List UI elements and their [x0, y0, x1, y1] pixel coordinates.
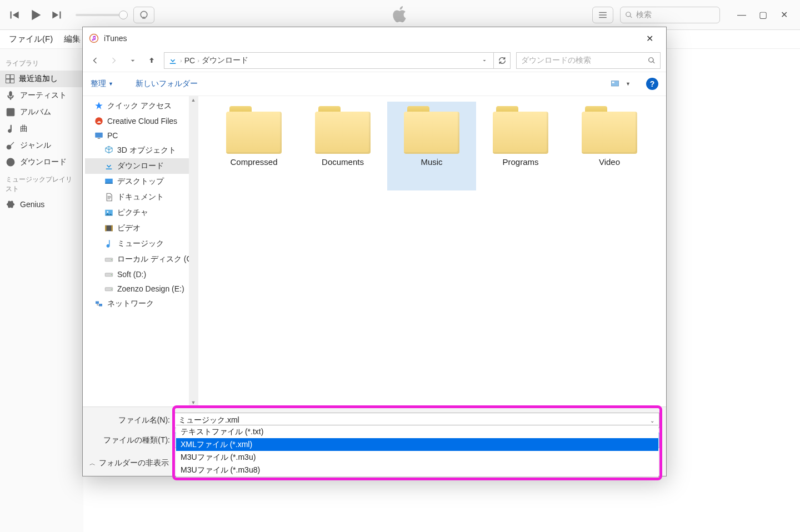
filetype-select[interactable]: XMLファイル (*.xml)⌄ — [173, 433, 659, 448]
tree-item[interactable]: ローカル ディスク (C:) — [85, 252, 198, 267]
tree-item[interactable]: ビデオ — [85, 220, 198, 236]
nav-recent-button[interactable] — [126, 54, 139, 67]
folder-icon — [582, 106, 637, 154]
dialog-address-bar: › PC › ダウンロード ダウンロードの検索 — [83, 49, 666, 72]
chevron-down-icon[interactable]: ⌄ — [650, 438, 654, 444]
organize-button[interactable]: 整理 ▼ — [91, 79, 113, 89]
close-button[interactable]: ✕ — [774, 8, 793, 22]
sidebar-item-genres[interactable]: ジャンル — [0, 137, 83, 154]
sidebar-item-downloads[interactable]: ダウンロード — [0, 154, 83, 170]
tree-item[interactable]: PC — [85, 128, 198, 143]
folder-pane[interactable]: CompressedDocumentsMusicProgramsVideo — [198, 96, 666, 406]
new-folder-button[interactable]: 新しいフォルダー — [136, 79, 198, 89]
chevron-down-icon[interactable]: ⌄ — [650, 418, 654, 424]
net-icon — [94, 299, 104, 308]
dialog-titlebar: iTunes ✕ — [83, 27, 666, 49]
view-button[interactable] — [609, 79, 621, 89]
help-button[interactable]: ? — [646, 78, 658, 90]
pic-icon — [104, 208, 114, 217]
search-icon — [625, 11, 633, 19]
folder-item[interactable]: Compressed — [209, 102, 298, 190]
svg-point-8 — [90, 34, 98, 43]
dialog-title: iTunes — [104, 34, 127, 43]
desk-icon — [104, 177, 114, 186]
itunes-sidebar: ライブラリ 最近追加し アーティスト アルバム 曲 ジャンル ダウンロード ミュ… — [0, 49, 83, 532]
tree-item[interactable]: 3D オブジェクト — [85, 143, 198, 158]
breadcrumb-pc[interactable]: PC — [184, 56, 195, 65]
breadcrumb-folder[interactable]: ダウンロード — [202, 56, 248, 66]
dialog-search-placeholder: ダウンロードの検索 — [521, 56, 591, 66]
dialog-bottom: ファイル名(N): ミュージック.xml⌄ ファイルの種類(T): XMLファイ… — [83, 406, 666, 476]
minimize-button[interactable]: — — [732, 8, 751, 22]
dialog-close-button[interactable]: ✕ — [638, 30, 661, 47]
filename-input[interactable]: ミュージック.xml⌄ — [173, 413, 659, 428]
folder-item[interactable]: Video — [565, 102, 654, 190]
svg-point-25 — [111, 259, 112, 260]
tree-item[interactable]: Zoenzo Design (E:) — [85, 282, 198, 296]
hdd-icon — [104, 270, 114, 279]
menu-file[interactable]: ファイル(F) — [4, 32, 57, 47]
tree-item[interactable]: ドキュメント — [85, 189, 198, 205]
list-icon — [6, 74, 14, 83]
tree-item[interactable]: デスクトップ — [85, 174, 198, 189]
hdd-icon — [104, 255, 114, 264]
folder-icon — [226, 106, 282, 154]
nav-forward-button[interactable] — [107, 54, 121, 67]
tree-item[interactable]: ピクチャ — [85, 205, 198, 220]
itunes-search[interactable]: 検索 — [620, 7, 720, 23]
volume-slider[interactable] — [76, 14, 120, 16]
svg-rect-16 — [106, 169, 112, 170]
svg-rect-9 — [170, 63, 176, 64]
folder-item[interactable]: Music — [387, 102, 476, 190]
chevron-down-icon[interactable] — [479, 57, 490, 64]
tree-item[interactable]: ☁Creative Cloud Files — [85, 114, 198, 128]
folder-item[interactable]: Documents — [298, 102, 387, 190]
tree-item[interactable]: Soft (D:) — [85, 267, 198, 282]
sidebar-item-songs[interactable]: 曲 — [0, 121, 83, 137]
sidebar-item-recent[interactable]: 最近追加し — [0, 71, 83, 87]
window-controls: — ▢ ✕ — [732, 8, 793, 22]
play-button[interactable] — [27, 6, 44, 24]
tree-item[interactable]: ミュージック — [85, 236, 198, 252]
search-icon — [648, 57, 656, 64]
folder-item[interactable]: Programs — [476, 102, 565, 190]
dialog-tree[interactable]: クイック アクセス☁Creative Cloud FilesPC3D オブジェク… — [83, 96, 198, 406]
folder-icon — [315, 106, 371, 154]
playback-controls — [7, 6, 64, 24]
tree-item[interactable]: ネットワーク — [85, 296, 198, 312]
next-button[interactable] — [50, 8, 64, 22]
list-view-button[interactable] — [592, 7, 613, 23]
nav-up-button[interactable] — [145, 54, 158, 67]
menu-edit[interactable]: 編集 — [59, 32, 85, 47]
prev-button[interactable] — [7, 8, 21, 22]
dialog-command-bar: 整理 ▼ 新しいフォルダー ▼ ? — [83, 72, 666, 96]
save-dialog: iTunes ✕ › PC › ダウンロード ダウンロードの検索 整理 ▼ 新し… — [82, 27, 667, 476]
tree-item[interactable]: ダウンロード — [85, 158, 198, 174]
note-icon — [6, 124, 16, 134]
sidebar-item-genius[interactable]: Genius — [0, 196, 83, 213]
sidebar-item-artists[interactable]: アーティスト — [0, 87, 83, 104]
breadcrumb-bar[interactable]: › PC › ダウンロード — [164, 52, 494, 69]
dialog-search[interactable]: ダウンロードの検索 — [516, 52, 661, 69]
star-icon — [94, 102, 104, 111]
filetype-label: ファイルの種類(T): — [89, 435, 170, 445]
airplay-button[interactable] — [133, 7, 154, 23]
itunes-icon — [88, 33, 99, 44]
pc-icon — [94, 131, 104, 140]
mus-icon — [104, 239, 114, 248]
guitar-icon — [6, 140, 16, 150]
vid-icon — [104, 224, 114, 233]
maximize-button[interactable]: ▢ — [753, 8, 772, 22]
apple-logo-icon — [390, 4, 410, 26]
svg-rect-15 — [98, 138, 101, 139]
sidebar-item-albums[interactable]: アルバム — [0, 104, 83, 121]
search-placeholder: 検索 — [636, 10, 652, 20]
album-icon — [6, 107, 16, 117]
hide-folders-toggle[interactable]: ︿フォルダーの非表示 — [89, 453, 659, 468]
filename-label: ファイル名(N): — [89, 415, 170, 425]
scrollbar[interactable]: ▲▼ — [189, 96, 198, 406]
tree-item[interactable]: クイック アクセス — [85, 98, 198, 114]
nav-back-button[interactable] — [88, 54, 102, 67]
view-chevron-icon[interactable]: ▼ — [626, 81, 631, 87]
refresh-button[interactable] — [494, 52, 511, 69]
